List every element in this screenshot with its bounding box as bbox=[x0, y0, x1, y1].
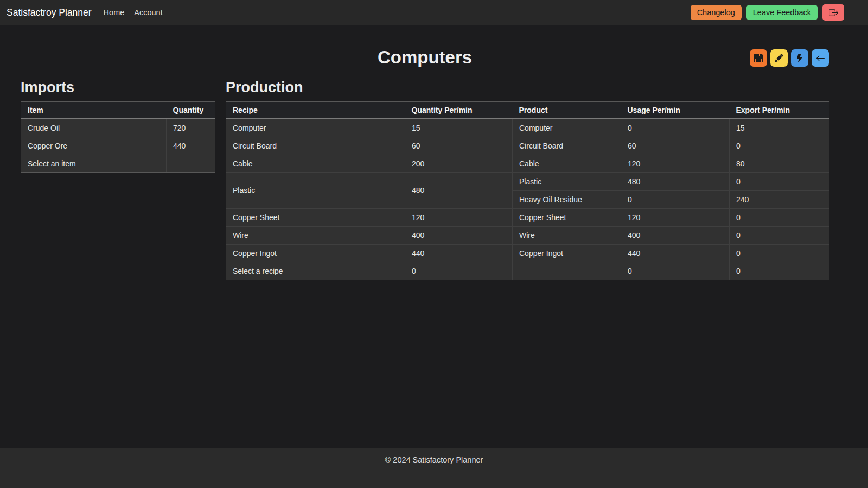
usage-cell: 120 bbox=[621, 155, 730, 172]
imports-heading: Imports bbox=[21, 79, 215, 97]
imports-col-item: Item bbox=[21, 101, 167, 119]
production-col-export: Export Per/min bbox=[730, 101, 829, 119]
page-header: Computers bbox=[21, 25, 829, 74]
usage-cell: 480 bbox=[621, 172, 730, 190]
production-row: Wire 400 Wire 400 0 bbox=[226, 226, 829, 244]
production-row: Copper Ingot 440 Copper Ingot 440 0 bbox=[226, 244, 829, 262]
production-col-recipe: Recipe bbox=[226, 101, 405, 119]
brand-link[interactable]: Satisfactroy Planner bbox=[7, 7, 92, 18]
recipe-cell[interactable]: Circuit Board bbox=[226, 137, 405, 155]
import-quantity-cell[interactable]: 720 bbox=[167, 119, 215, 137]
imports-table: Item Quantity Crude Oil 720 Copper Ore 4… bbox=[21, 101, 215, 173]
navbar: Satisfactroy Planner Home Account Change… bbox=[0, 0, 868, 25]
product-cell: Copper Sheet bbox=[513, 208, 621, 226]
lightning-icon bbox=[795, 54, 804, 62]
export-cell: 0 bbox=[730, 208, 829, 226]
production-table: Recipe Quantity Per/min Product Usage Pe… bbox=[226, 101, 829, 280]
recipe-select-cell[interactable]: Select a recipe bbox=[226, 262, 405, 280]
floppy-icon bbox=[754, 54, 763, 62]
production-row: Copper Sheet 120 Copper Sheet 120 0 bbox=[226, 208, 829, 226]
nav-link-account[interactable]: Account bbox=[134, 8, 162, 17]
qty-cell[interactable]: 480 bbox=[405, 172, 513, 208]
qty-cell[interactable]: 0 bbox=[405, 262, 513, 280]
imports-col-quantity: Quantity bbox=[167, 101, 215, 119]
qty-cell[interactable]: 15 bbox=[405, 119, 513, 137]
pencil-icon bbox=[775, 54, 783, 62]
export-cell: 0 bbox=[730, 262, 829, 280]
recipe-cell[interactable]: Cable bbox=[226, 155, 405, 172]
usage-cell: 60 bbox=[621, 137, 730, 155]
usage-cell: 400 bbox=[621, 226, 730, 244]
qty-cell[interactable]: 120 bbox=[405, 208, 513, 226]
back-button[interactable] bbox=[812, 49, 829, 67]
usage-cell: 0 bbox=[621, 119, 730, 137]
qty-cell[interactable]: 200 bbox=[405, 155, 513, 172]
production-row: Circuit Board 60 Circuit Board 60 0 bbox=[226, 137, 829, 155]
production-heading: Production bbox=[226, 79, 829, 97]
import-item-cell[interactable]: Crude Oil bbox=[21, 119, 167, 137]
import-item-cell[interactable]: Copper Ore bbox=[21, 137, 167, 155]
recipe-cell[interactable]: Computer bbox=[226, 119, 405, 137]
production-col-qty: Quantity Per/min bbox=[405, 101, 513, 119]
edit-button[interactable] bbox=[770, 49, 788, 67]
usage-cell: 0 bbox=[621, 190, 730, 208]
product-cell: Computer bbox=[513, 119, 621, 137]
qty-cell[interactable]: 400 bbox=[405, 226, 513, 244]
product-cell: Copper Ingot bbox=[513, 244, 621, 262]
box-arrow-right-icon bbox=[829, 8, 838, 17]
export-cell: 80 bbox=[730, 155, 829, 172]
recipe-cell[interactable]: Copper Sheet bbox=[226, 208, 405, 226]
footer: © 2024 Satisfactory Planner bbox=[0, 448, 868, 488]
export-cell: 15 bbox=[730, 119, 829, 137]
production-col-product: Product bbox=[513, 101, 621, 119]
recipe-cell[interactable]: Copper Ingot bbox=[226, 244, 405, 262]
product-cell: Cable bbox=[513, 155, 621, 172]
changelog-button[interactable]: Changelog bbox=[691, 5, 742, 20]
logout-button[interactable] bbox=[822, 4, 844, 21]
product-cell bbox=[513, 262, 621, 280]
copyright-text: © 2024 Satisfactory Planner bbox=[385, 455, 483, 464]
usage-cell: 440 bbox=[621, 244, 730, 262]
imports-section: Imports Item Quantity Crude Oil 720 bbox=[21, 79, 215, 280]
import-quantity-cell[interactable] bbox=[167, 155, 215, 172]
leave-feedback-button[interactable]: Leave Feedback bbox=[746, 5, 818, 20]
export-cell: 240 bbox=[730, 190, 829, 208]
usage-cell: 120 bbox=[621, 208, 730, 226]
production-section: Production Recipe Quantity Per/min Produ… bbox=[226, 79, 829, 280]
arrow-left-icon bbox=[816, 54, 825, 63]
usage-cell: 0 bbox=[621, 262, 730, 280]
production-header-row: Recipe Quantity Per/min Product Usage Pe… bbox=[226, 101, 829, 119]
nav-link-home[interactable]: Home bbox=[104, 8, 125, 17]
export-cell: 0 bbox=[730, 172, 829, 190]
production-row: Computer 15 Computer 0 15 bbox=[226, 119, 829, 137]
export-cell: 0 bbox=[730, 226, 829, 244]
page-title: Computers bbox=[21, 46, 829, 69]
product-cell: Wire bbox=[513, 226, 621, 244]
import-quantity-cell[interactable]: 440 bbox=[167, 137, 215, 155]
product-cell: Plastic bbox=[513, 172, 621, 190]
production-row: Cable 200 Cable 120 80 bbox=[226, 155, 829, 172]
main-content: Computers bbox=[0, 25, 868, 448]
qty-cell[interactable]: 440 bbox=[405, 244, 513, 262]
product-cell: Circuit Board bbox=[513, 137, 621, 155]
plan-toolbar bbox=[746, 49, 829, 67]
save-button[interactable] bbox=[750, 49, 767, 67]
import-row: Crude Oil 720 bbox=[21, 119, 215, 137]
import-row: Select an item bbox=[21, 155, 215, 172]
product-cell: Heavy Oil Residue bbox=[513, 190, 621, 208]
export-cell: 0 bbox=[730, 244, 829, 262]
production-row: Plastic 480 Plastic 480 0 bbox=[226, 172, 829, 190]
export-cell: 0 bbox=[730, 137, 829, 155]
import-item-select-cell[interactable]: Select an item bbox=[21, 155, 167, 172]
qty-cell[interactable]: 60 bbox=[405, 137, 513, 155]
recipe-cell[interactable]: Wire bbox=[226, 226, 405, 244]
auto-balance-button[interactable] bbox=[791, 49, 808, 67]
import-row: Copper Ore 440 bbox=[21, 137, 215, 155]
production-col-usage: Usage Per/min bbox=[621, 101, 730, 119]
production-row: Select a recipe 0 0 0 bbox=[226, 262, 829, 280]
recipe-cell[interactable]: Plastic bbox=[226, 172, 405, 208]
imports-header-row: Item Quantity bbox=[21, 101, 215, 119]
